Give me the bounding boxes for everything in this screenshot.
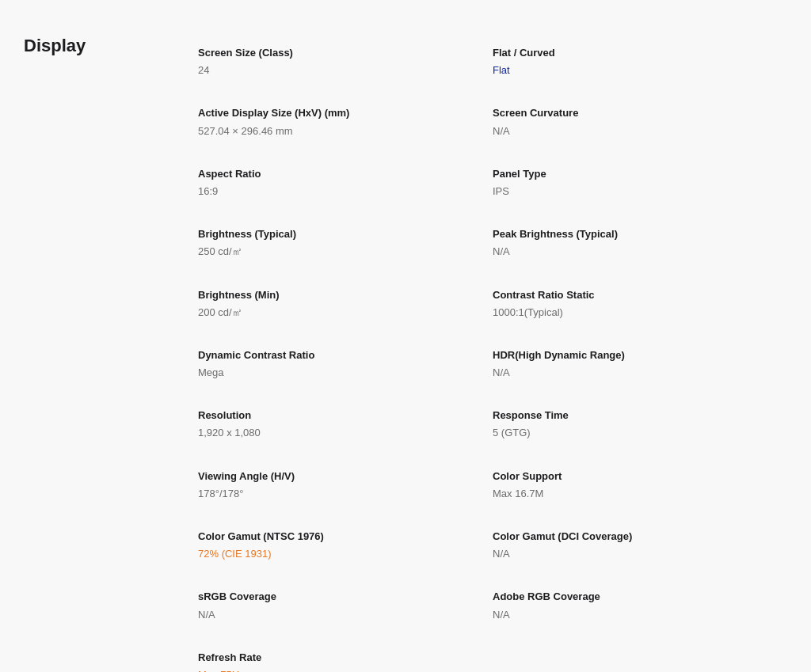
- spec-item: sRGB CoverageN/A: [198, 575, 493, 636]
- spec-label: sRGB Coverage: [198, 590, 477, 604]
- section-title: Display: [24, 32, 198, 672]
- spec-item-empty: [493, 636, 787, 672]
- spec-value: 1000:1(Typical): [493, 306, 771, 320]
- spec-value: 527.04 × 296.46 mm: [198, 124, 477, 139]
- spec-value: N/A: [493, 547, 771, 561]
- spec-value: 200 cd/㎡: [198, 306, 477, 320]
- spec-item: Aspect Ratio16:9: [198, 153, 493, 213]
- spec-value: Mega: [198, 366, 477, 380]
- spec-item: Response Time5 (GTG): [493, 394, 787, 454]
- spec-item: Screen CurvatureN/A: [493, 92, 787, 152]
- spec-value: Flat: [493, 63, 771, 78]
- spec-item: Color SupportMax 16.7M: [493, 455, 787, 515]
- spec-item: Screen Size (Class)24: [198, 32, 493, 92]
- display-section: Display Screen Size (Class)24Flat / Curv…: [24, 32, 787, 672]
- spec-value: Max 75Hz: [198, 668, 477, 672]
- spec-label: Contrast Ratio Static: [493, 288, 771, 302]
- spec-value: N/A: [493, 124, 771, 139]
- spec-value: 24: [198, 63, 477, 78]
- spec-item: Refresh RateMax 75Hz: [198, 636, 493, 672]
- spec-item: Brightness (Typical)250 cd/㎡: [198, 213, 493, 273]
- spec-item: Color Gamut (DCI Coverage)N/A: [493, 515, 787, 575]
- spec-item: Active Display Size (HxV) (mm)527.04 × 2…: [198, 92, 493, 152]
- spec-value: 178°/178°: [198, 487, 477, 501]
- spec-value: N/A: [493, 608, 771, 622]
- spec-label: Brightness (Typical): [198, 227, 477, 241]
- spec-value: 16:9: [198, 184, 477, 199]
- spec-label: Active Display Size (HxV) (mm): [198, 106, 477, 120]
- specs-grid: Screen Size (Class)24Flat / CurvedFlatAc…: [198, 32, 787, 672]
- spec-label: Screen Size (Class): [198, 46, 477, 60]
- spec-item: Brightness (Min)200 cd/㎡: [198, 274, 493, 334]
- spec-label: Adobe RGB Coverage: [493, 590, 771, 604]
- spec-item: Dynamic Contrast RatioMega: [198, 334, 493, 394]
- spec-value: 1,920 x 1,080: [198, 426, 477, 440]
- spec-item: Color Gamut (NTSC 1976)72% (CIE 1931): [198, 515, 493, 575]
- spec-item: Adobe RGB CoverageN/A: [493, 575, 787, 636]
- spec-label: Screen Curvature: [493, 106, 771, 120]
- spec-item: HDR(High Dynamic Range)N/A: [493, 334, 787, 394]
- spec-value: N/A: [493, 366, 771, 380]
- spec-item: Contrast Ratio Static1000:1(Typical): [493, 274, 787, 334]
- spec-label: Color Gamut (DCI Coverage): [493, 530, 771, 544]
- spec-item: Flat / CurvedFlat: [493, 32, 787, 92]
- spec-label: Flat / Curved: [493, 46, 771, 60]
- spec-label: Viewing Angle (H/V): [198, 469, 477, 484]
- spec-item: Resolution1,920 x 1,080: [198, 394, 493, 454]
- spec-value: IPS: [493, 184, 771, 199]
- page-container: Display Screen Size (Class)24Flat / Curv…: [0, 0, 811, 672]
- spec-item: Viewing Angle (H/V)178°/178°: [198, 455, 493, 515]
- spec-value: 72% (CIE 1931): [198, 547, 477, 561]
- spec-value: 250 cd/㎡: [198, 245, 477, 259]
- spec-label: Aspect Ratio: [198, 167, 477, 181]
- spec-label: HDR(High Dynamic Range): [493, 348, 771, 363]
- spec-label: Peak Brightness (Typical): [493, 227, 771, 241]
- spec-label: Resolution: [198, 408, 477, 423]
- spec-label: Panel Type: [493, 167, 771, 181]
- spec-label: Color Gamut (NTSC 1976): [198, 530, 477, 544]
- spec-label: Response Time: [493, 408, 771, 423]
- spec-label: Refresh Rate: [198, 651, 477, 665]
- spec-value: Max 16.7M: [493, 487, 771, 501]
- spec-label: Dynamic Contrast Ratio: [198, 348, 477, 363]
- spec-item: Peak Brightness (Typical)N/A: [493, 213, 787, 273]
- spec-value: N/A: [198, 608, 477, 622]
- spec-value: N/A: [493, 245, 771, 259]
- spec-label: Brightness (Min): [198, 288, 477, 302]
- spec-label: Color Support: [493, 469, 771, 484]
- spec-value: 5 (GTG): [493, 426, 771, 440]
- spec-item: Panel TypeIPS: [493, 153, 787, 213]
